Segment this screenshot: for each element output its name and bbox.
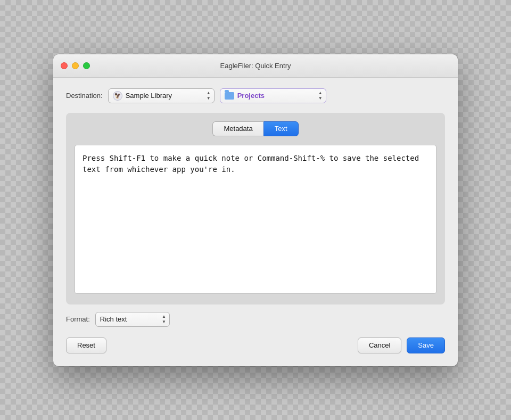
window-title: EagleFiler: Quick Entry [220,62,291,70]
destination-row: Destination: 🦅 Sample Library ▲ ▼ Projec… [66,88,445,103]
folder-name: Projects [237,92,313,100]
minimize-button[interactable] [72,62,79,69]
save-button[interactable]: Save [407,337,445,353]
traffic-lights [53,62,90,69]
tab-metadata[interactable]: Metadata [212,121,263,136]
format-label: Format: [66,315,90,323]
destination-label: Destination: [66,92,103,100]
folder-stepper[interactable]: ▲ ▼ [318,90,323,101]
folder-selector[interactable]: Projects ▲ ▼ [220,88,326,103]
button-row: Reset Cancel Save [66,337,445,353]
format-stepper[interactable]: ▲ ▼ [162,314,166,324]
library-icon: 🦅 [113,91,122,101]
cancel-button[interactable]: Cancel [358,337,401,353]
title-bar: EagleFiler: Quick Entry [53,54,458,78]
format-selector[interactable]: Rich text ▲ ▼ [95,312,170,327]
tab-bar: Metadata Text [75,121,436,136]
format-row: Format: Rich text ▲ ▼ [66,312,445,327]
tab-text[interactable]: Text [263,121,299,136]
maximize-button[interactable] [83,62,90,69]
action-buttons: Cancel Save [358,337,445,353]
folder-icon [225,92,234,100]
reset-button[interactable]: Reset [66,337,106,353]
close-button[interactable] [61,62,68,69]
format-value: Rich text [100,315,156,323]
text-input[interactable] [75,145,436,294]
window-content: Destination: 🦅 Sample Library ▲ ▼ Projec… [53,78,458,366]
library-name: Sample Library [126,92,201,100]
library-stepper[interactable]: ▲ ▼ [207,90,211,101]
main-panel: Metadata Text [66,113,445,304]
app-window: EagleFiler: Quick Entry Destination: 🦅 S… [53,54,458,366]
library-selector[interactable]: 🦅 Sample Library ▲ ▼ [108,88,215,103]
